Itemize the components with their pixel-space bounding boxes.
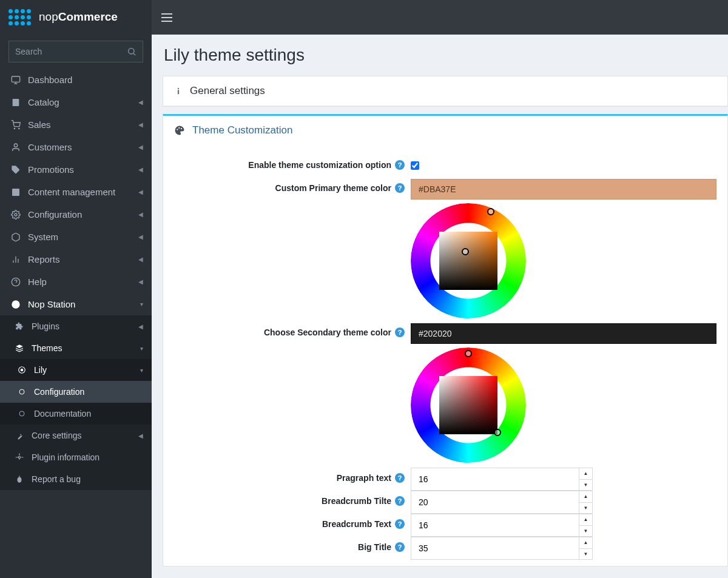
sidebar-item-label: Plugin information	[32, 452, 99, 462]
secondary-color-input[interactable]	[411, 323, 716, 344]
help-icon[interactable]: ?	[395, 542, 405, 552]
sidebar-item-plugins[interactable]: Plugins ◀	[0, 315, 152, 337]
sidebar-item-core-settings[interactable]: Core settings ◀	[0, 425, 152, 446]
numeric-input[interactable]	[411, 491, 579, 513]
svg-point-7	[14, 144, 17, 147]
wrench-icon	[12, 431, 27, 440]
chart-icon	[8, 255, 23, 264]
secondary-color-picker[interactable]	[411, 348, 526, 463]
sidebar-item-nop-station[interactable]: Nop Station ▾	[0, 293, 152, 315]
stack-icon	[12, 344, 27, 352]
page-title: Lily theme settings	[163, 45, 728, 65]
theme-customization-panel: Theme Customization Enable theme customi…	[163, 114, 728, 566]
spin-up-button[interactable]: ▲	[579, 468, 592, 480]
sidebar-item-label: Dashboard	[28, 75, 72, 85]
menu-toggle-button[interactable]	[161, 13, 172, 22]
brand-logo[interactable]: nopCommerce	[0, 0, 152, 35]
help-icon[interactable]: ?	[395, 183, 405, 193]
circle-icon	[15, 388, 29, 395]
spin-up-button[interactable]: ▲	[579, 491, 592, 503]
svg-point-24	[178, 88, 179, 89]
primary-color-picker[interactable]	[411, 203, 526, 318]
sidebar-item-sales[interactable]: Sales ◀	[0, 113, 152, 136]
sidebar-item-promotions[interactable]: Promotions ◀	[0, 158, 152, 181]
numeric-input[interactable]	[411, 537, 579, 559]
sidebar: nopCommerce Dashboard Catalog ◀ Sales	[0, 0, 152, 578]
chevron-left-icon: ◀	[138, 99, 143, 106]
layers-icon	[8, 187, 23, 197]
sidebar-item-lily[interactable]: Lily ▾	[0, 359, 152, 381]
help-icon[interactable]: ?	[395, 160, 405, 170]
spin-down-button[interactable]: ▼	[579, 526, 592, 537]
help-icon[interactable]: ?	[395, 473, 405, 483]
chevron-left-icon: ◀	[138, 144, 143, 150]
sidebar-item-system[interactable]: System ◀	[0, 226, 152, 248]
sidebar-item-reports[interactable]: Reports ◀	[0, 248, 152, 271]
user-icon	[8, 143, 23, 152]
globe-icon	[8, 300, 23, 309]
sv-handle[interactable]	[494, 429, 501, 436]
cart-icon	[8, 120, 23, 130]
sidebar-item-lily-documentation[interactable]: Documentation	[0, 403, 152, 425]
sidebar-item-lily-configuration[interactable]: Configuration	[0, 381, 152, 403]
radio-on-icon	[15, 366, 29, 374]
spin-down-button[interactable]: ▼	[579, 503, 592, 514]
sidebar-item-plugin-information[interactable]: Plugin information	[0, 446, 152, 468]
chevron-left-icon: ◀	[138, 211, 143, 218]
sidebar-item-report-a-bug[interactable]: Report a bug	[0, 468, 152, 490]
sidebar-item-label: Catalog	[28, 97, 59, 107]
search-input[interactable]	[15, 47, 127, 56]
hue-handle[interactable]	[465, 350, 472, 357]
enable-customization-checkbox[interactable]	[411, 161, 419, 170]
chevron-left-icon: ◀	[138, 278, 143, 285]
breadcrumb-title-input[interactable]: ▲ ▼	[411, 491, 593, 514]
panel-header[interactable]: Theme Customization	[163, 116, 727, 145]
help-icon[interactable]: ?	[395, 328, 405, 337]
svg-rect-2	[12, 76, 19, 82]
primary-color-input[interactable]	[411, 179, 716, 200]
cube-icon	[8, 232, 23, 242]
big-title-input[interactable]: ▲ ▼	[411, 537, 593, 560]
help-icon[interactable]: ?	[395, 519, 405, 529]
svg-point-9	[15, 213, 17, 216]
svg-point-0	[129, 49, 134, 54]
sidebar-item-help[interactable]: Help ◀	[0, 271, 152, 293]
cogs-icon	[8, 210, 23, 220]
sidebar-item-label: Lily	[34, 365, 47, 375]
spin-up-button[interactable]: ▲	[579, 537, 592, 549]
breadcrumb-text-input[interactable]: ▲ ▼	[411, 514, 593, 537]
spin-up-button[interactable]: ▲	[579, 514, 592, 526]
paragraph-text-input[interactable]: ▲ ▼	[411, 468, 593, 491]
sidebar-item-label: Content management	[28, 187, 115, 197]
svg-line-1	[133, 53, 135, 55]
saturation-value-box[interactable]	[439, 376, 497, 434]
sidebar-item-label: Core settings	[32, 431, 81, 440]
svg-point-19	[19, 389, 24, 394]
general-settings-panel[interactable]: General settings	[163, 76, 728, 107]
help-icon[interactable]: ?	[395, 496, 405, 506]
svg-point-5	[14, 128, 15, 129]
svg-point-26	[177, 129, 178, 130]
numeric-input[interactable]	[411, 468, 579, 490]
gear-icon	[12, 453, 27, 462]
sidebar-item-content-management[interactable]: Content management ◀	[0, 181, 152, 203]
saturation-value-box[interactable]	[439, 232, 497, 290]
hue-handle[interactable]	[487, 208, 494, 215]
chevron-left-icon: ◀	[138, 189, 143, 195]
field-label: Pragraph text	[337, 473, 391, 483]
sidebar-item-configuration[interactable]: Configuration ◀	[0, 203, 152, 226]
spin-down-button[interactable]: ▼	[579, 549, 592, 560]
sidebar-item-label: Configuration	[34, 387, 84, 397]
sidebar-item-themes[interactable]: Themes ▾	[0, 337, 152, 359]
sidebar-item-label: Configuration	[28, 209, 82, 220]
sidebar-item-dashboard[interactable]: Dashboard	[0, 69, 152, 91]
sidebar-search[interactable]	[8, 41, 143, 62]
spin-down-button[interactable]: ▼	[579, 480, 592, 491]
chevron-left-icon: ◀	[138, 432, 143, 439]
field-label: Breadcrumb Tilte	[322, 496, 391, 506]
numeric-input[interactable]	[411, 514, 579, 536]
sidebar-item-catalog[interactable]: Catalog ◀	[0, 91, 152, 113]
field-label: Big Title	[358, 542, 391, 552]
sv-handle[interactable]	[462, 248, 469, 255]
sidebar-item-customers[interactable]: Customers ◀	[0, 136, 152, 158]
